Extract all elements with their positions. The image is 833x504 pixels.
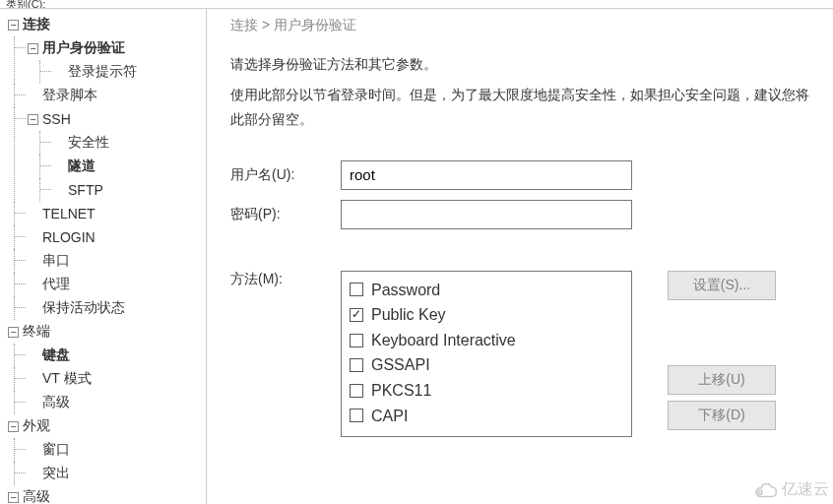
method-buttons: 设置(S)... 上移(U) 下移(D) bbox=[668, 271, 776, 430]
tree-item-advanced-terminal[interactable]: 高级 bbox=[0, 391, 206, 414]
tree-item-authentication[interactable]: − 用户身份验证 bbox=[0, 36, 206, 60]
tree-label: 连接 bbox=[23, 16, 50, 33]
method-item-label: CAPI bbox=[371, 404, 408, 429]
breadcrumb: 连接 > 用户身份验证 bbox=[230, 17, 809, 34]
username-label: 用户名(U): bbox=[230, 166, 341, 184]
description-line: 请选择身份验证方法和其它参数。 bbox=[230, 52, 809, 77]
method-item-pkcs11[interactable]: PKCS11 bbox=[350, 378, 623, 404]
tree-item-serial[interactable]: 串口 bbox=[0, 249, 206, 273]
tree-item-keepalive[interactable]: 保持活动状态 bbox=[0, 296, 206, 320]
password-label: 密码(P): bbox=[230, 206, 341, 223]
tree-item-appearance[interactable]: − 外观 bbox=[0, 414, 206, 438]
checkbox-icon[interactable] bbox=[350, 384, 363, 398]
tree-item-vt-mode[interactable]: VT 模式 bbox=[0, 367, 206, 391]
tree-label: VT 模式 bbox=[42, 370, 92, 388]
tree-item-proxy[interactable]: 代理 bbox=[0, 273, 206, 296]
tree-label: 外观 bbox=[23, 417, 50, 435]
tree-label: 隧道 bbox=[68, 158, 96, 175]
tree-label: 突出 bbox=[42, 465, 70, 482]
watermark: 亿速云 bbox=[752, 479, 829, 500]
username-input[interactable] bbox=[341, 160, 632, 190]
method-item-password[interactable]: Password bbox=[350, 278, 623, 303]
tree-label: 安全性 bbox=[68, 134, 109, 152]
svg-point-0 bbox=[758, 490, 762, 494]
method-listbox[interactable]: Password ✓ Public Key Keyboard Interacti… bbox=[341, 271, 632, 438]
checkbox-icon[interactable] bbox=[350, 283, 363, 296]
checkbox-icon[interactable] bbox=[350, 409, 363, 422]
method-item-label: Public Key bbox=[371, 302, 446, 328]
method-item-keyboard-interactive[interactable]: Keyboard Interactive bbox=[350, 328, 623, 353]
tree-item-ssh[interactable]: − SSH bbox=[0, 107, 206, 131]
setup-button[interactable]: 设置(S)... bbox=[668, 271, 776, 300]
checkbox-icon[interactable]: ✓ bbox=[350, 308, 363, 322]
checkbox-icon[interactable] bbox=[350, 334, 363, 347]
tree-item-telnet[interactable]: TELNET bbox=[0, 202, 206, 225]
tree-label: 用户身份验证 bbox=[42, 39, 125, 57]
tree-label: 保持活动状态 bbox=[42, 299, 125, 317]
move-down-button[interactable]: 下移(D) bbox=[668, 401, 776, 430]
dialog-body: − 连接 − 用户身份验证 bbox=[0, 8, 833, 504]
tree-item-connection[interactable]: − 连接 bbox=[0, 13, 206, 36]
collapse-icon[interactable]: − bbox=[8, 492, 19, 503]
method-label: 方法(M): bbox=[230, 271, 341, 288]
cloud-icon bbox=[752, 481, 778, 499]
checkbox-icon[interactable] bbox=[350, 358, 363, 372]
method-item-label: Password bbox=[371, 278, 440, 303]
dialog-top-remnant: 类别(C): bbox=[0, 0, 833, 8]
method-item-label: Keyboard Interactive bbox=[371, 328, 516, 353]
tree-label: 终端 bbox=[23, 323, 50, 341]
tree-label: 登录脚本 bbox=[42, 87, 97, 104]
tree-item-terminal[interactable]: − 终端 bbox=[0, 320, 206, 344]
tree-label: 代理 bbox=[42, 276, 70, 293]
password-input[interactable] bbox=[341, 200, 632, 229]
breadcrumb-part: 连接 bbox=[230, 17, 258, 32]
tree-label: SSH bbox=[42, 111, 71, 127]
tree-item-window[interactable]: 窗口 bbox=[0, 438, 206, 462]
category-tree: − 连接 − 用户身份验证 bbox=[0, 9, 207, 504]
tree-item-login-prompt[interactable]: 登录提示符 bbox=[0, 60, 206, 84]
move-up-button[interactable]: 上移(U) bbox=[668, 365, 776, 395]
breadcrumb-part: 用户身份验证 bbox=[274, 17, 356, 32]
tree-item-security[interactable]: 安全性 bbox=[0, 131, 206, 155]
method-item-label: GSSAPI bbox=[371, 352, 430, 378]
tree-item-sftp[interactable]: SFTP bbox=[0, 178, 206, 202]
tree-label: 串口 bbox=[42, 252, 70, 270]
tree-item-rlogin[interactable]: RLOGIN bbox=[0, 225, 206, 249]
method-item-public-key[interactable]: ✓ Public Key bbox=[350, 302, 623, 328]
collapse-icon[interactable]: − bbox=[28, 114, 38, 125]
tree-label: SFTP bbox=[68, 182, 103, 198]
collapse-icon[interactable]: − bbox=[28, 43, 38, 54]
tree-label: 窗口 bbox=[42, 441, 70, 459]
tree-label: TELNET bbox=[42, 206, 96, 221]
breadcrumb-sep: > bbox=[262, 17, 270, 32]
username-row: 用户名(U): bbox=[230, 160, 809, 190]
tree-label: 登录提示符 bbox=[68, 63, 137, 81]
collapse-icon[interactable]: − bbox=[8, 327, 19, 338]
tree-item-advanced[interactable]: − 高级 bbox=[0, 485, 206, 504]
collapse-icon[interactable]: − bbox=[8, 421, 19, 432]
description-line: 使用此部分以节省登录时间。但是，为了最大限度地提高安全性，如果担心安全问题，建议… bbox=[230, 83, 809, 132]
tree-item-login-script[interactable]: 登录脚本 bbox=[0, 84, 206, 107]
tree-label: 键盘 bbox=[42, 346, 70, 364]
password-row: 密码(P): bbox=[230, 200, 809, 229]
method-item-capi[interactable]: CAPI bbox=[350, 404, 623, 429]
tree-item-highlight[interactable]: 突出 bbox=[0, 462, 206, 485]
tree-item-tunnel[interactable]: 隧道 bbox=[0, 155, 206, 178]
method-item-label: PKCS11 bbox=[371, 378, 431, 404]
tree-item-keyboard[interactable]: 键盘 bbox=[0, 344, 206, 367]
tree-label: RLOGIN bbox=[42, 229, 96, 245]
collapse-icon[interactable]: − bbox=[8, 20, 19, 31]
main-panel: 连接 > 用户身份验证 请选择身份验证方法和其它参数。 使用此部分以节省登录时间… bbox=[207, 9, 833, 504]
method-item-gssapi[interactable]: GSSAPI bbox=[350, 352, 623, 378]
tree-label: 高级 bbox=[42, 394, 70, 411]
tree-label: 高级 bbox=[23, 488, 50, 504]
watermark-text: 亿速云 bbox=[782, 479, 829, 500]
method-row: 方法(M): Password ✓ Public Key Keyboard In… bbox=[230, 271, 809, 438]
